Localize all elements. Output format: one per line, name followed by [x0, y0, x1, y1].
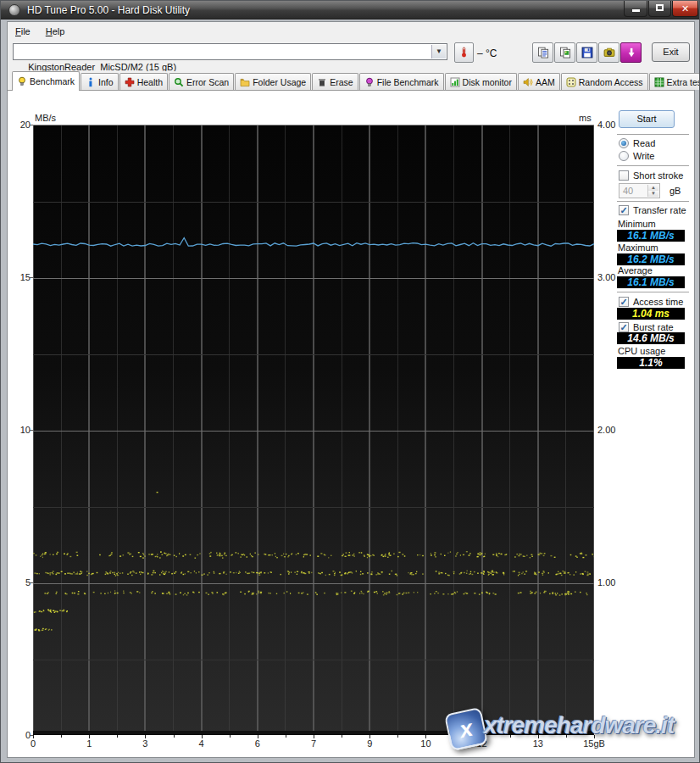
- access-time-dot: [144, 555, 146, 556]
- access-time-dot: [38, 630, 40, 631]
- access-time-dot: [586, 593, 587, 593]
- access-time-dot: [542, 575, 543, 576]
- access-time-dot: [164, 572, 166, 573]
- access-time-dot: [567, 593, 568, 593]
- access-time-checkbox[interactable]: ✓: [619, 297, 629, 307]
- maximize-button[interactable]: [648, 1, 671, 17]
- x-axis-tick: [174, 735, 175, 738]
- spinner-arrows[interactable]: ▲▼: [647, 185, 658, 197]
- access-time-dot: [69, 556, 71, 557]
- access-time-dot: [303, 556, 304, 557]
- access-time-dot: [569, 592, 570, 593]
- tab-aam[interactable]: AAM: [518, 73, 560, 90]
- access-time-dot: [250, 554, 251, 554]
- burst-rate-checkbox[interactable]: ✓: [619, 322, 629, 332]
- close-button[interactable]: ✕: [672, 1, 698, 17]
- chevron-down-icon[interactable]: ▼: [431, 45, 446, 58]
- titlebar[interactable]: HD Tune Pro 5.00 - Hard Disk Utility ✕: [1, 1, 700, 19]
- access-time-dot: [303, 572, 304, 573]
- access-time-dot: [466, 573, 468, 574]
- tab-info[interactable]: Info: [81, 73, 119, 90]
- access-time-dot: [356, 571, 357, 571]
- tab-error-scan[interactable]: Error Scan: [169, 73, 234, 90]
- burst-rate-row[interactable]: ✓ Burst rate: [619, 322, 674, 332]
- menu-item-file[interactable]: File: [8, 24, 38, 39]
- access-time-row[interactable]: ✓ Access time: [619, 297, 683, 307]
- tab-random-access[interactable]: Random Access: [561, 73, 648, 90]
- access-time-dot: [221, 555, 223, 556]
- access-time-dot: [335, 572, 336, 573]
- access-time-dot: [157, 556, 158, 557]
- tab-health[interactable]: Health: [119, 73, 168, 90]
- access-time-label: Access time: [633, 297, 683, 307]
- access-time-dot: [281, 574, 282, 575]
- access-time-dot: [276, 593, 277, 594]
- access-time-dot: [347, 572, 349, 573]
- access-time-dot: [389, 552, 390, 553]
- access-time-dot: [247, 573, 247, 574]
- copy-image-button[interactable]: [554, 42, 575, 63]
- spinner-down-icon[interactable]: ▼: [648, 191, 658, 197]
- access-time-dot: [361, 591, 363, 592]
- access-time-dot: [284, 593, 285, 593]
- access-time-dot: [240, 556, 242, 557]
- screenshot-button[interactable]: [598, 42, 619, 63]
- access-time-dot: [155, 556, 156, 557]
- access-time-dot: [570, 593, 572, 594]
- access-time-dot: [77, 593, 79, 594]
- access-time-dot: [531, 592, 533, 593]
- access-time-dot: [281, 555, 283, 556]
- access-time-dot: [151, 554, 152, 554]
- access-time-dot: [397, 556, 399, 557]
- tab-file-benchmark[interactable]: File Benchmark: [359, 73, 444, 90]
- access-time-dot: [519, 554, 519, 554]
- y-left-tick-label: 0: [8, 730, 31, 740]
- access-time-dot: [159, 557, 161, 558]
- access-time-dot: [236, 572, 236, 573]
- short-stroke-size-input[interactable]: 40 ▲▼: [619, 183, 660, 198]
- drive-select-combobox[interactable]: KingstonReader MicSD/M2 (15 gB) ▼: [13, 43, 447, 60]
- start-button[interactable]: Start: [619, 110, 675, 128]
- tab-disk-monitor[interactable]: Disk monitor: [445, 73, 517, 90]
- write-radio-row[interactable]: Write: [619, 151, 654, 161]
- menu-item-help[interactable]: Help: [38, 24, 73, 39]
- save-button[interactable]: [576, 42, 597, 63]
- read-radio-row[interactable]: Read: [619, 138, 655, 148]
- access-time-dot: [458, 552, 458, 553]
- access-time-dot: [122, 572, 123, 573]
- tab-benchmark[interactable]: Benchmark: [12, 71, 80, 91]
- access-time-dot: [316, 594, 318, 595]
- short-stroke-checkbox[interactable]: [619, 170, 629, 181]
- transfer-rate-checkbox[interactable]: ✓: [619, 205, 629, 215]
- access-time-dot: [413, 574, 414, 575]
- access-time-dot: [361, 593, 363, 593]
- access-time-dot: [358, 552, 360, 553]
- access-time-dot: [385, 593, 386, 593]
- exit-button[interactable]: Exit: [652, 42, 690, 62]
- download-button[interactable]: [620, 42, 642, 63]
- tab-erase[interactable]: Erase: [312, 73, 358, 90]
- spinner-up-icon[interactable]: ▲: [648, 185, 658, 191]
- tab-extra-tests[interactable]: Extra tests: [649, 73, 700, 90]
- maximum-label: Maximum: [618, 242, 658, 253]
- transfer-rate-row[interactable]: ✓ Transfer rate: [619, 205, 686, 215]
- access-time-dot: [207, 574, 208, 575]
- tab-folder-usage[interactable]: Folder Usage: [235, 73, 311, 90]
- access-time-dot: [258, 575, 260, 576]
- y-left-tick-label: 5: [8, 577, 31, 588]
- access-time-dot: [56, 610, 58, 611]
- access-time-dot: [518, 593, 519, 593]
- copy-text-button[interactable]: [532, 42, 553, 63]
- write-radio[interactable]: [619, 151, 629, 161]
- access-time-dot: [325, 554, 326, 555]
- access-time-dot: [568, 593, 569, 594]
- short-stroke-row[interactable]: Short stroke: [619, 170, 683, 181]
- access-time-dot: [524, 574, 525, 575]
- minimize-button[interactable]: [624, 1, 647, 17]
- access-time-dot: [303, 592, 303, 593]
- read-radio[interactable]: [619, 138, 629, 148]
- access-time-dot: [211, 592, 213, 593]
- temperature-button[interactable]: [454, 42, 474, 63]
- access-time-dot: [88, 573, 90, 574]
- access-time-dot: [466, 551, 468, 552]
